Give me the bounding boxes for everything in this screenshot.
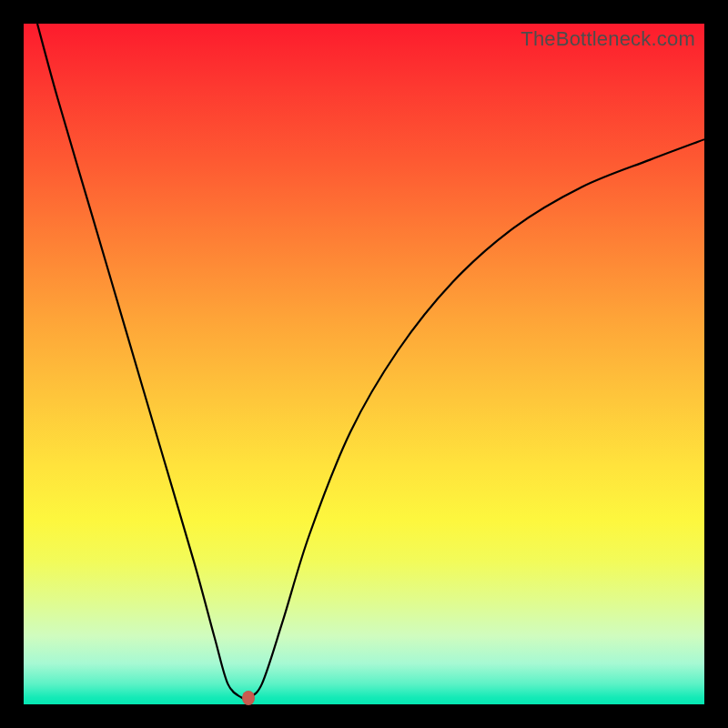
chart-frame: TheBottleneck.com (0, 0, 728, 728)
optimal-point-marker (242, 691, 255, 705)
curve-svg (24, 24, 704, 704)
bottleneck-curve (37, 24, 704, 699)
plot-area: TheBottleneck.com (24, 24, 704, 704)
